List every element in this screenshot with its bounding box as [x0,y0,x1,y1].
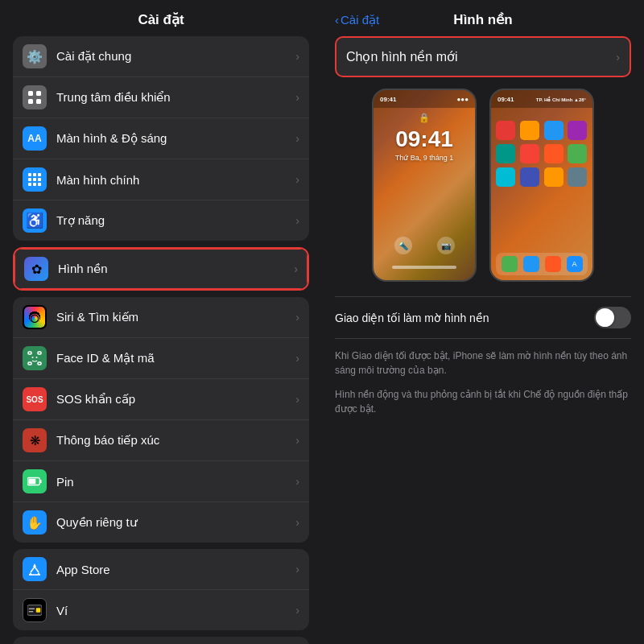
info-text-2: Hình nền động và thu phỏng cảnh bị tắt k… [335,387,631,416]
sidebar-item-display[interactable]: AA Màn hình & Độ sáng › [13,118,309,159]
chevron-icon: › [295,352,299,365]
home-screen-icon [23,167,47,192]
mini-app-icon [544,144,564,163]
mini-app-icon [496,121,515,140]
chevron-icon: › [294,262,298,275]
sidebar-item-privacy[interactable]: ✋ Quyền riêng tư › [13,502,309,543]
wallet-icon [23,598,47,622]
home-time: 09:41 [497,96,514,103]
chevron-icon: › [295,214,299,227]
svg-rect-6 [38,173,41,176]
sidebar-item-trung-tam[interactable]: Trung tâm điều khiển › [13,77,309,118]
wallpaper-icon: ✿ [24,257,48,281]
dark-mode-toggle-row: Giao diện tối làm mờ hình nền [335,296,631,339]
choose-wallpaper-row[interactable]: Chọn hình nền mới › [335,36,631,77]
right-header: ‹ Cài đặt Hình nền [322,0,644,36]
sos-icon: SOS [23,387,47,411]
sidebar-item-accessibility[interactable]: ♿ Trợ năng › [13,200,309,241]
chevron-icon: › [295,516,299,529]
left-panel-title: Cài đặt [0,0,322,36]
siri-icon: ◉ [23,305,47,329]
svg-rect-8 [33,178,36,181]
mini-app-icon [520,121,539,140]
svg-rect-13 [28,352,31,354]
privacy-icon: ✋ [23,510,47,535]
sidebar-item-appstore[interactable]: App Store › [13,549,309,590]
homescreen-preview: 09:41 TP. Hồ Chí Minh ▲28° [489,89,594,282]
item-label: Cài đặt chung [56,49,295,64]
mini-app-icon [568,144,587,163]
back-label: Cài đặt [341,13,379,27]
sidebar-item-sos[interactable]: SOS SOS khẩn cấp › [13,379,309,420]
lockscreen-date: Thứ Ba, 9 tháng 1 [374,154,475,162]
item-label: Màn hình & Độ sáng [56,131,295,146]
svg-point-18 [36,357,38,358]
sidebar-item-battery[interactable]: Pin › [13,461,309,502]
item-label: Màn hình chính [56,173,295,187]
mini-app-icon [520,144,539,163]
accessibility-icon: ♿ [23,208,47,233]
sidebar-item-home[interactable]: Màn hình chính › [13,159,309,200]
svg-rect-21 [28,479,35,484]
wallpaper-panel: ‹ Cài đặt Hình nền Chọn hình nền mới › 0… [322,0,644,644]
info-text-1: Khi Giao diện tối được bật, iPhone sẽ là… [335,349,631,378]
sidebar-item-cai-dat-chung[interactable]: ⚙️ Cài đặt chung › [13,36,309,77]
item-label: SOS khẩn cấp [56,392,295,407]
mini-app-icon [520,167,539,187]
svg-rect-1 [36,91,41,96]
svg-point-17 [32,357,34,358]
chevron-icon: › [295,91,299,104]
settings-panel: Cài đặt ⚙️ Cài đặt chung › Trung tâm điề… [0,0,322,644]
item-label: Quyền riêng tư [56,515,295,530]
chevron-left-icon: ‹ [335,13,339,27]
settings-group-1: ⚙️ Cài đặt chung › Trung tâm điều khiển … [13,36,309,241]
sidebar-item-wallpaper[interactable]: ✿ Hình nền › [14,249,308,289]
item-label: Trợ năng [56,213,295,228]
chevron-icon: › [295,563,299,576]
toggle-knob [596,308,614,327]
item-label: Siri & Tìm kiếm [56,310,295,324]
lockscreen-time: 09:41 [374,126,475,152]
sidebar-item-password[interactable]: 🔑 Mật khẩu › [13,637,309,644]
sidebar-item-wallet[interactable]: Ví › [13,590,309,630]
dock-app-icon [502,256,518,272]
svg-rect-9 [38,178,41,181]
dark-mode-toggle[interactable] [594,307,631,328]
sidebar-item-faceid[interactable]: Face ID & Mật mã › [13,338,309,379]
settings-group-appstore: App Store › Ví › [13,549,309,630]
svg-rect-16 [38,362,41,365]
chevron-icon: › [295,434,299,447]
item-label: Face ID & Mật mã [56,351,295,365]
phone-status-bar-home: 09:41 TP. Hồ Chí Minh ▲28° [491,90,592,108]
mini-app-icon [544,121,564,140]
appstore-icon [23,557,47,581]
gear-icon: ⚙️ [23,44,47,68]
item-label: Trung tâm điều khiển [56,90,295,105]
settings-group-3: ◉ Siri & Tìm kiếm › Fa [13,297,309,543]
sidebar-item-exposure[interactable]: ❋ Thông báo tiếp xúc › [13,420,309,461]
chevron-icon: › [295,132,299,145]
item-label: Thông báo tiếp xúc [56,433,295,448]
chevron-icon: › [295,604,299,617]
svg-rect-14 [38,352,41,354]
mini-app-icon [544,167,564,187]
item-label: Pin [56,475,295,489]
chevron-icon: › [295,475,299,488]
back-button[interactable]: ‹ Cài đặt [335,13,379,27]
wallpaper-content: Chọn hình nền mới › 09:41 ●●● 🔒 09:41 Th… [322,36,644,644]
face-id-icon [23,346,47,370]
svg-rect-5 [33,173,36,176]
svg-rect-0 [28,91,33,96]
chevron-icon: › [295,393,299,406]
toggle-label: Giao diện tối làm mờ hình nền [335,312,594,324]
svg-line-22 [31,567,35,572]
exposure-icon: ❋ [23,428,47,452]
dock-app-icon [523,256,539,272]
mini-app-icon [568,167,587,187]
phone-signal: ●●● [457,96,469,103]
sidebar-item-siri[interactable]: ◉ Siri & Tìm kiếm › [13,297,309,338]
item-label: App Store [56,563,295,576]
svg-rect-3 [36,99,41,104]
home-location: TP. Hồ Chí Minh ▲28° [536,97,586,102]
svg-rect-12 [38,183,41,186]
